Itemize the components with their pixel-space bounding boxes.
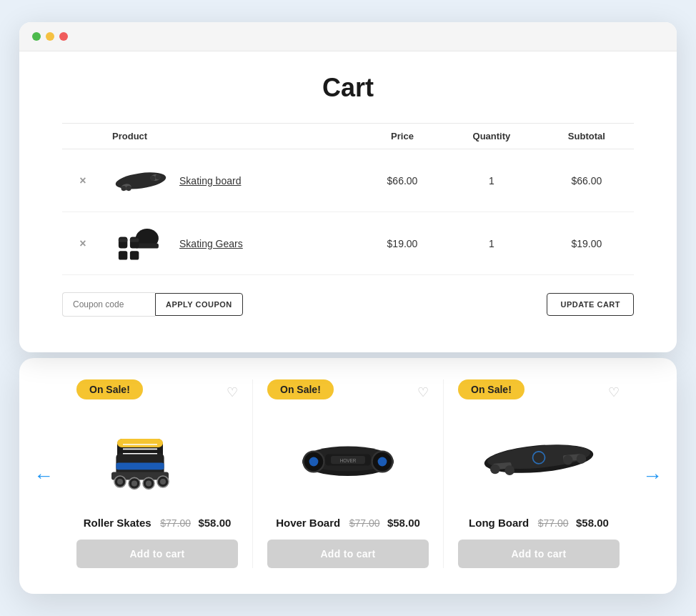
product-image-area [76,412,238,505]
product-image-area: HOVER [267,412,429,505]
browser-bar [19,22,677,51]
add-to-cart-button[interactable]: Add to cart [76,540,238,568]
svg-rect-18 [116,463,164,470]
product-price-new: $58.00 [387,517,420,529]
product-item: On Sale! ♡ Roller Skates $77.00 $58.00 A… [62,379,253,568]
coupon-area: APPLY COUPON [62,292,243,317]
product-name: Hover Board [276,517,340,529]
cart-table: Product Price Quantity Subtotal × Skatin… [62,123,634,275]
product-cell: Skating Gears [104,212,361,275]
subtotal-cell: $19.00 [540,212,634,275]
cart-title: Cart [62,73,634,103]
svg-point-3 [121,186,126,191]
svg-point-35 [309,457,319,467]
price-row: Roller Skates $77.00 $58.00 [76,517,238,530]
remove-cell: × [62,212,104,275]
svg-point-27 [160,479,166,485]
col-subtotal: Subtotal [540,124,634,149]
update-cart-button[interactable]: UPDATE CART [547,293,634,316]
wishlist-button[interactable]: ♡ [608,384,620,400]
svg-point-23 [131,480,137,486]
carousel-next-button[interactable]: → [637,459,668,493]
table-row: × Skating board $66.00 1 $66.00 [62,149,634,212]
svg-rect-12 [130,238,139,242]
product-badge-row: On Sale! ♡ [267,379,429,405]
dot-red [59,32,68,41]
svg-point-21 [117,479,123,485]
remove-item-button[interactable]: × [79,174,86,187]
svg-rect-17 [117,439,163,447]
product-price-old: $77.00 [538,517,569,529]
sale-badge: On Sale! [267,379,334,399]
col-product: Product [104,124,361,149]
svg-rect-14 [130,251,139,259]
product-image-area [458,412,620,505]
product-badge-row: On Sale! ♡ [458,379,620,405]
dot-green [32,32,41,41]
svg-rect-13 [119,251,127,259]
svg-text:HOVER: HOVER [340,458,357,463]
svg-point-47 [577,454,587,464]
products-card: ← → On Sale! ♡ Roller Skates $77.00 $58.… [19,358,677,594]
product-item: On Sale! ♡ Long Board $77.00 $58.00 Add … [444,379,634,568]
price-cell: $19.00 [361,212,444,275]
cart-actions: APPLY COUPON UPDATE CART [62,292,634,317]
page-wrapper: Cart Product Price Quantity Subtotal × [19,22,677,594]
add-to-cart-button[interactable]: Add to cart [458,540,620,568]
svg-point-46 [563,455,573,465]
wishlist-button[interactable]: ♡ [227,384,238,400]
svg-rect-10 [119,238,127,242]
product-price-new: $58.00 [198,517,231,529]
product-item: On Sale! ♡ HOVER Hover Board $77.00 $58.… [253,379,444,568]
svg-point-5 [150,176,155,181]
svg-point-6 [155,174,160,179]
price-row: Hover Board $77.00 $58.00 [267,517,429,530]
sale-badge: On Sale! [458,379,525,399]
coupon-input[interactable] [62,292,155,317]
col-price: Price [361,124,444,149]
remove-item-button[interactable]: × [79,237,86,250]
subtotal-cell: $66.00 [540,149,634,212]
wishlist-button[interactable]: ♡ [417,384,429,400]
svg-point-25 [146,480,151,486]
svg-point-36 [378,457,387,467]
product-price-old: $77.00 [349,517,380,529]
product-badge-row: On Sale! ♡ [76,379,238,405]
product-name: Roller Skates [84,517,151,529]
apply-coupon-button[interactable]: APPLY COUPON [155,293,243,316]
price-row: Long Board $77.00 $58.00 [458,517,620,530]
sale-badge: On Sale! [76,379,143,399]
quantity-cell: 1 [444,212,540,275]
col-remove [62,124,104,149]
product-cell: Skating board [104,149,361,212]
products-grid: On Sale! ♡ Roller Skates $77.00 $58.00 A… [62,379,634,568]
product-price-new: $58.00 [576,517,609,529]
table-row: × Skating Gears $19.00 1 $19.00 [62,212,634,275]
table-header-row: Product Price Quantity Subtotal [62,124,634,149]
svg-rect-8 [136,244,159,249]
dot-yellow [46,32,54,41]
product-link[interactable]: Skating board [179,175,241,187]
add-to-cart-button[interactable]: Add to cart [267,540,429,568]
remove-cell: × [62,149,104,212]
browser-window: Cart Product Price Quantity Subtotal × [19,22,677,352]
cart-content: Cart Product Price Quantity Subtotal × [19,51,677,352]
col-quantity: Quantity [444,124,540,149]
carousel-prev-button[interactable]: ← [28,459,59,493]
quantity-cell: 1 [444,149,540,212]
product-link[interactable]: Skating Gears [179,238,243,249]
svg-point-45 [504,465,514,475]
svg-point-44 [490,465,500,475]
svg-point-4 [126,186,131,191]
product-price-old: $77.00 [160,517,191,529]
product-name: Long Board [469,517,529,529]
price-cell: $66.00 [361,149,444,212]
